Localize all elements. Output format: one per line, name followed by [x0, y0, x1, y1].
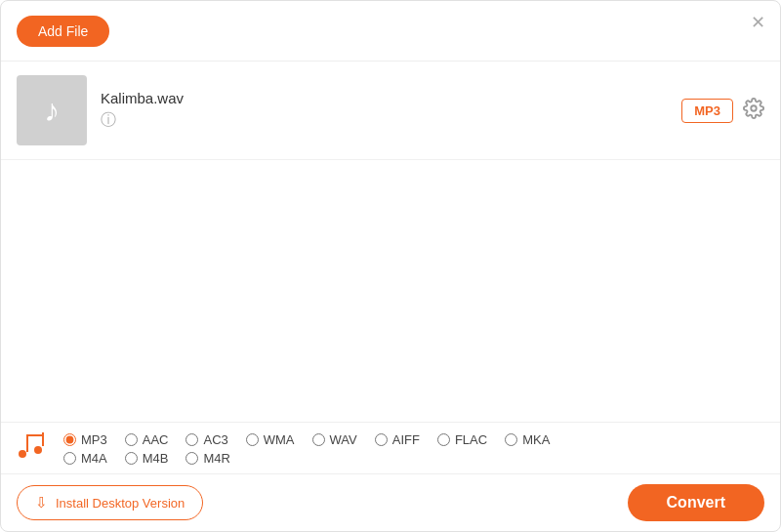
close-button[interactable]: ✕: [751, 14, 765, 31]
format-option-ac3[interactable]: AC3: [185, 432, 227, 447]
info-icon[interactable]: ⓘ: [101, 111, 116, 128]
add-file-button[interactable]: Add File: [17, 16, 109, 47]
format-row-1: MP3 AAC AC3 WMA WAV AIFF F: [63, 432, 764, 447]
file-item: ♪ Kalimba.wav ⓘ MP3: [1, 61, 780, 160]
format-option-wma[interactable]: WMA: [246, 432, 295, 447]
download-icon: ⇩: [35, 494, 48, 512]
convert-button[interactable]: Convert: [628, 484, 764, 521]
format-option-mka[interactable]: MKA: [505, 432, 550, 447]
svg-rect-3: [26, 434, 28, 452]
format-row-2: M4A M4B M4R: [63, 451, 764, 466]
svg-point-0: [751, 105, 757, 111]
svg-rect-1: [19, 450, 26, 458]
file-info: Kalimba.wav ⓘ: [101, 90, 681, 131]
format-option-aac[interactable]: AAC: [125, 432, 169, 447]
format-option-m4r[interactable]: M4R: [185, 451, 229, 466]
format-option-flac[interactable]: FLAC: [437, 432, 487, 447]
file-name: Kalimba.wav: [101, 90, 681, 106]
file-actions: MP3: [681, 98, 764, 124]
svg-rect-2: [34, 446, 42, 454]
file-list: ♪ Kalimba.wav ⓘ MP3: [1, 61, 780, 422]
file-thumbnail: ♪: [17, 75, 87, 145]
top-bar: Add File ✕: [1, 1, 780, 61]
format-option-m4a[interactable]: M4A: [63, 451, 107, 466]
format-badge[interactable]: MP3: [681, 99, 733, 123]
install-desktop-button[interactable]: ⇩ Install Desktop Version: [17, 485, 203, 520]
format-option-wav[interactable]: WAV: [312, 432, 357, 447]
format-option-m4b[interactable]: M4B: [125, 451, 169, 466]
settings-icon[interactable]: [743, 98, 764, 124]
svg-rect-5: [26, 434, 44, 436]
format-option-aiff[interactable]: AIFF: [375, 432, 420, 447]
format-option-mp3[interactable]: MP3: [63, 432, 107, 447]
format-options: MP3 AAC AC3 WMA WAV AIFF F: [63, 432, 764, 466]
format-bar: MP3 AAC AC3 WMA WAV AIFF F: [1, 422, 780, 473]
music-format-icon: [17, 432, 48, 466]
main-window: Add File ✕ ♪ Kalimba.wav ⓘ MP3: [0, 0, 781, 532]
music-note-icon: ♪: [44, 93, 60, 129]
footer-bar: ⇩ Install Desktop Version Convert: [1, 473, 780, 531]
install-label: Install Desktop Version: [56, 496, 185, 511]
